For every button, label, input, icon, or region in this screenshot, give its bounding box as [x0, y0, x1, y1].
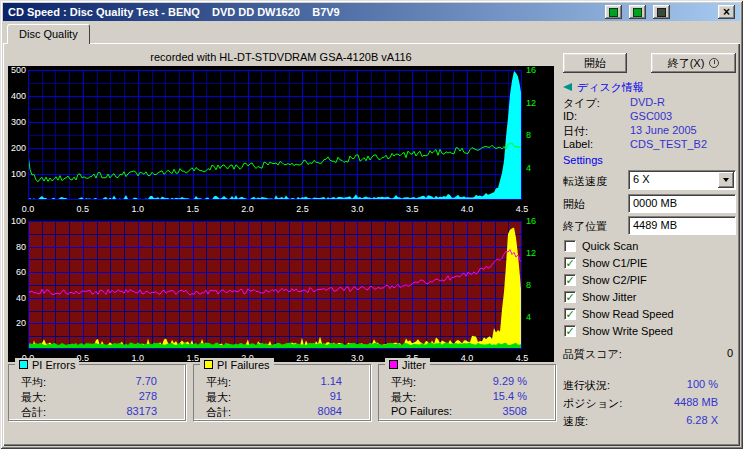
start-field-label: 開始: [563, 197, 585, 212]
jitter-groupbox: Jitter 平均:9.29 % 最大:15.4 % PO Failures:3…: [378, 364, 556, 421]
chevron-down-icon: [723, 178, 729, 182]
chart-panel: 1002003004005004812160.00.51.01.52.02.53…: [8, 66, 554, 362]
max-label: 最大:: [391, 390, 416, 405]
progress-value: 100 %: [687, 378, 718, 390]
exit-button-label: 終了(X): [668, 56, 705, 71]
label-value: CDS_TEST_B2: [630, 138, 707, 150]
groupbox-title: PI Errors: [32, 359, 75, 371]
total-label: 合計:: [206, 405, 231, 420]
recorded-with-label: recorded with HL-DT-STDVDRAM GSA-4120B v…: [8, 51, 554, 63]
checkbox-show-c1-pie[interactable]: ✓ Show C1/PIE: [564, 256, 647, 270]
quality-score-value: 0: [727, 347, 733, 359]
position-value: 4488 MB: [674, 396, 718, 408]
checkbox-icon[interactable]: ✓: [564, 308, 576, 320]
checkbox-show-jitter[interactable]: ✓ Show Jitter: [564, 290, 636, 304]
axis-tick-label: 0.0: [16, 204, 40, 214]
avg-label: 平均:: [391, 375, 416, 390]
axis-tick-label: 12: [526, 98, 536, 108]
speed-field-label: 転送速度: [563, 174, 607, 189]
pi-errors-swatch-icon: [19, 360, 28, 369]
date-label: 日付:: [563, 124, 588, 139]
max-label: 最大:: [21, 390, 46, 405]
po-failures-value: 3508: [503, 405, 527, 417]
speed-combobox[interactable]: 6 X: [628, 170, 736, 190]
combobox-dropdown-button[interactable]: [718, 172, 734, 188]
checkbox-icon[interactable]: [564, 240, 576, 252]
checkbox-quick-scan[interactable]: Quick Scan: [564, 239, 638, 253]
checkbox-icon[interactable]: ✓: [564, 325, 576, 337]
axis-tick-label: 16: [526, 65, 536, 75]
exit-button[interactable]: 終了(X): [651, 53, 736, 73]
tab-label: Disc Quality: [19, 28, 78, 40]
jitter-swatch-icon: [389, 360, 398, 369]
axis-tick-label: 1.5: [181, 204, 205, 214]
id-value: GSC003: [630, 110, 672, 122]
axis-tick-label: 60: [8, 267, 26, 277]
position-row: ポジション: 4488 MB: [563, 396, 718, 409]
checkbox-label: Show Jitter: [582, 291, 636, 303]
checkbox-icon[interactable]: ✓: [564, 257, 576, 269]
avg-label: 平均:: [21, 375, 46, 390]
green-app-icon-2[interactable]: [629, 5, 646, 19]
axis-tick-label: 8: [526, 280, 531, 290]
axis-tick-label: 4: [526, 163, 531, 173]
start-button-label: 開始: [584, 56, 606, 71]
disc-label-row: Label: CDS_TEST_B2: [563, 138, 737, 151]
axis-tick-label: 100: [8, 169, 26, 179]
axis-tick-label: 2.5: [290, 353, 314, 363]
axis-tick-label: 40: [8, 293, 26, 303]
avg-value: 9.29 %: [493, 375, 527, 387]
axis-tick-label: 8: [526, 130, 531, 140]
axis-tick-label: 4: [526, 312, 531, 322]
checkbox-show-write-speed[interactable]: ✓ Show Write Speed: [564, 324, 673, 338]
axis-tick-label: 2.5: [290, 204, 314, 214]
axis-tick-label: 80: [8, 242, 26, 252]
axis-tick-label: 300: [8, 117, 26, 127]
checkbox-icon[interactable]: ✓: [564, 274, 576, 286]
disc-type-row: タイプ: DVD-R: [563, 96, 737, 109]
pi-failures-swatch-icon: [204, 360, 213, 369]
green-app-icon-1[interactable]: [605, 5, 622, 19]
axis-tick-label: 4.0: [455, 204, 479, 214]
max-label: 最大:: [206, 390, 231, 405]
checkbox-show-read-speed[interactable]: ✓ Show Read Speed: [564, 307, 674, 321]
type-value: DVD-R: [630, 96, 665, 108]
close-button[interactable]: ×: [718, 5, 735, 19]
axis-tick-label: 3.0: [345, 204, 369, 214]
max-value: 278: [139, 390, 157, 402]
chart-jitter-bottom: [28, 221, 522, 349]
avg-value: 1.14: [321, 375, 342, 387]
chart-quality-top: [28, 70, 522, 200]
green-square-icon: [609, 8, 618, 17]
checkbox-show-c2-pif[interactable]: ✓ Show C2/PIF: [564, 273, 647, 287]
quality-score-row: 品質スコア: 0: [563, 347, 733, 360]
checkbox-icon[interactable]: ✓: [564, 291, 576, 303]
checkbox-label: Quick Scan: [582, 240, 638, 252]
titlebar[interactable]: CD Speed : Disc Quality Test - BENQ DVD …: [3, 3, 740, 21]
tab-disc-quality[interactable]: Disc Quality: [7, 24, 90, 44]
app-window: CD Speed : Disc Quality Test - BENQ DVD …: [0, 0, 743, 449]
disc-date-row: 日付: 13 June 2005: [563, 124, 737, 137]
axis-tick-label: 1.0: [126, 204, 150, 214]
end-field-label: 終了位置: [563, 219, 607, 234]
progress-row: 進行状況: 100 %: [563, 378, 718, 391]
axis-tick-label: 400: [8, 91, 26, 101]
pi-errors-groupbox: PI Errors 平均:7.70 最大:278 合計:83173: [8, 364, 186, 421]
axis-tick-label: 20: [8, 318, 26, 328]
window-title: CD Speed : Disc Quality Test - BENQ DVD …: [8, 6, 340, 18]
settings-header: Settings: [563, 154, 603, 166]
end-position-input[interactable]: 4489 MB: [628, 216, 736, 235]
axis-tick-label: 2.0: [236, 204, 260, 214]
total-value: 83173: [126, 405, 157, 417]
checkbox-label: Show C2/PIF: [582, 274, 647, 286]
pi-failures-groupbox: PI Failures 平均:1.14 最大:91 合計:8084: [193, 364, 371, 421]
axis-tick-label: 500: [8, 65, 26, 75]
disc-id-row: ID: GSC003: [563, 110, 737, 123]
speed-combobox-value: 6 X: [633, 173, 650, 185]
checkbox-label: Show C1/PIE: [582, 257, 647, 269]
axis-tick-label: 4.5: [510, 353, 534, 363]
drive-icon-button[interactable]: [653, 5, 670, 19]
close-icon: ×: [723, 5, 730, 19]
start-button[interactable]: 開始: [563, 53, 627, 73]
start-position-input[interactable]: 0000 MB: [628, 194, 736, 213]
